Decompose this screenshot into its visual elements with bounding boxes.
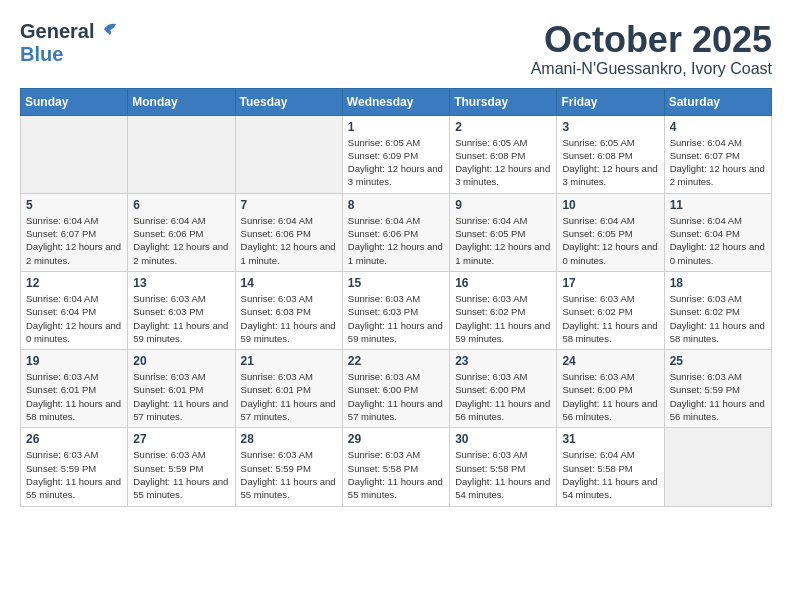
calendar-week-5: 26Sunrise: 6:03 AMSunset: 5:59 PMDayligh… [21,428,772,506]
day-number: 8 [348,198,444,212]
day-sun-info: Sunrise: 6:04 AMSunset: 6:06 PMDaylight:… [133,214,229,267]
calendar-week-2: 5Sunrise: 6:04 AMSunset: 6:07 PMDaylight… [21,193,772,271]
calendar-cell: 24Sunrise: 6:03 AMSunset: 6:00 PMDayligh… [557,350,664,428]
day-sun-info: Sunrise: 6:03 AMSunset: 6:01 PMDaylight:… [133,370,229,423]
day-sun-info: Sunrise: 6:03 AMSunset: 6:00 PMDaylight:… [562,370,658,423]
day-sun-info: Sunrise: 6:03 AMSunset: 6:02 PMDaylight:… [562,292,658,345]
calendar-cell: 21Sunrise: 6:03 AMSunset: 6:01 PMDayligh… [235,350,342,428]
day-sun-info: Sunrise: 6:03 AMSunset: 6:01 PMDaylight:… [241,370,337,423]
day-number: 10 [562,198,658,212]
calendar-cell: 19Sunrise: 6:03 AMSunset: 6:01 PMDayligh… [21,350,128,428]
day-number: 12 [26,276,122,290]
month-title: October 2025 [531,20,772,60]
day-sun-info: Sunrise: 6:05 AMSunset: 6:08 PMDaylight:… [455,136,551,189]
logo: General Blue [20,20,118,66]
day-number: 29 [348,432,444,446]
day-number: 31 [562,432,658,446]
day-sun-info: Sunrise: 6:05 AMSunset: 6:08 PMDaylight:… [562,136,658,189]
calendar-cell: 28Sunrise: 6:03 AMSunset: 5:59 PMDayligh… [235,428,342,506]
day-number: 13 [133,276,229,290]
day-sun-info: Sunrise: 6:03 AMSunset: 5:59 PMDaylight:… [241,448,337,501]
weekday-header-saturday: Saturday [664,88,771,115]
calendar-cell: 18Sunrise: 6:03 AMSunset: 6:02 PMDayligh… [664,271,771,349]
calendar-cell: 31Sunrise: 6:04 AMSunset: 5:58 PMDayligh… [557,428,664,506]
day-sun-info: Sunrise: 6:04 AMSunset: 5:58 PMDaylight:… [562,448,658,501]
calendar-cell [21,115,128,193]
calendar-week-1: 1Sunrise: 6:05 AMSunset: 6:09 PMDaylight… [21,115,772,193]
day-number: 25 [670,354,766,368]
calendar-cell: 6Sunrise: 6:04 AMSunset: 6:06 PMDaylight… [128,193,235,271]
calendar-cell [664,428,771,506]
day-sun-info: Sunrise: 6:04 AMSunset: 6:07 PMDaylight:… [26,214,122,267]
day-number: 23 [455,354,551,368]
calendar-cell: 7Sunrise: 6:04 AMSunset: 6:06 PMDaylight… [235,193,342,271]
day-number: 26 [26,432,122,446]
day-sun-info: Sunrise: 6:03 AMSunset: 6:03 PMDaylight:… [241,292,337,345]
calendar-cell [128,115,235,193]
day-number: 5 [26,198,122,212]
weekday-header-thursday: Thursday [450,88,557,115]
day-number: 6 [133,198,229,212]
logo-general-text: General [20,20,94,43]
day-number: 4 [670,120,766,134]
calendar-cell: 23Sunrise: 6:03 AMSunset: 6:00 PMDayligh… [450,350,557,428]
calendar-cell: 2Sunrise: 6:05 AMSunset: 6:08 PMDaylight… [450,115,557,193]
calendar-cell: 9Sunrise: 6:04 AMSunset: 6:05 PMDaylight… [450,193,557,271]
calendar-cell: 10Sunrise: 6:04 AMSunset: 6:05 PMDayligh… [557,193,664,271]
day-sun-info: Sunrise: 6:05 AMSunset: 6:09 PMDaylight:… [348,136,444,189]
logo-blue-text: Blue [20,43,63,66]
day-number: 3 [562,120,658,134]
day-sun-info: Sunrise: 6:04 AMSunset: 6:05 PMDaylight:… [562,214,658,267]
day-number: 20 [133,354,229,368]
calendar-cell: 12Sunrise: 6:04 AMSunset: 6:04 PMDayligh… [21,271,128,349]
day-sun-info: Sunrise: 6:03 AMSunset: 6:00 PMDaylight:… [455,370,551,423]
calendar-cell: 15Sunrise: 6:03 AMSunset: 6:03 PMDayligh… [342,271,449,349]
weekday-header-friday: Friday [557,88,664,115]
day-sun-info: Sunrise: 6:04 AMSunset: 6:04 PMDaylight:… [670,214,766,267]
day-number: 18 [670,276,766,290]
calendar-cell: 26Sunrise: 6:03 AMSunset: 5:59 PMDayligh… [21,428,128,506]
day-number: 9 [455,198,551,212]
weekday-header-wednesday: Wednesday [342,88,449,115]
weekday-header-monday: Monday [128,88,235,115]
day-sun-info: Sunrise: 6:04 AMSunset: 6:04 PMDaylight:… [26,292,122,345]
day-number: 2 [455,120,551,134]
calendar-week-3: 12Sunrise: 6:04 AMSunset: 6:04 PMDayligh… [21,271,772,349]
calendar-cell: 17Sunrise: 6:03 AMSunset: 6:02 PMDayligh… [557,271,664,349]
title-block: October 2025 Amani-N'Guessankro, Ivory C… [531,20,772,78]
day-sun-info: Sunrise: 6:03 AMSunset: 6:00 PMDaylight:… [348,370,444,423]
day-number: 24 [562,354,658,368]
day-sun-info: Sunrise: 6:04 AMSunset: 6:06 PMDaylight:… [241,214,337,267]
day-sun-info: Sunrise: 6:03 AMSunset: 5:59 PMDaylight:… [133,448,229,501]
day-number: 19 [26,354,122,368]
day-number: 15 [348,276,444,290]
day-sun-info: Sunrise: 6:03 AMSunset: 5:58 PMDaylight:… [348,448,444,501]
calendar-cell: 8Sunrise: 6:04 AMSunset: 6:06 PMDaylight… [342,193,449,271]
calendar-cell: 20Sunrise: 6:03 AMSunset: 6:01 PMDayligh… [128,350,235,428]
day-sun-info: Sunrise: 6:03 AMSunset: 6:03 PMDaylight:… [348,292,444,345]
day-number: 7 [241,198,337,212]
day-number: 17 [562,276,658,290]
day-number: 27 [133,432,229,446]
calendar-cell: 5Sunrise: 6:04 AMSunset: 6:07 PMDaylight… [21,193,128,271]
weekday-header-row: SundayMondayTuesdayWednesdayThursdayFrid… [21,88,772,115]
calendar-cell: 30Sunrise: 6:03 AMSunset: 5:58 PMDayligh… [450,428,557,506]
day-number: 16 [455,276,551,290]
calendar-cell: 4Sunrise: 6:04 AMSunset: 6:07 PMDaylight… [664,115,771,193]
calendar-cell [235,115,342,193]
day-number: 21 [241,354,337,368]
page-header: General Blue October 2025 Amani-N'Guessa… [20,20,772,78]
day-sun-info: Sunrise: 6:03 AMSunset: 6:01 PMDaylight:… [26,370,122,423]
calendar-cell: 13Sunrise: 6:03 AMSunset: 6:03 PMDayligh… [128,271,235,349]
calendar-cell: 16Sunrise: 6:03 AMSunset: 6:02 PMDayligh… [450,271,557,349]
calendar-cell: 11Sunrise: 6:04 AMSunset: 6:04 PMDayligh… [664,193,771,271]
calendar-table: SundayMondayTuesdayWednesdayThursdayFrid… [20,88,772,507]
logo-bird-icon [96,21,118,43]
day-sun-info: Sunrise: 6:04 AMSunset: 6:06 PMDaylight:… [348,214,444,267]
day-number: 1 [348,120,444,134]
day-sun-info: Sunrise: 6:03 AMSunset: 5:59 PMDaylight:… [670,370,766,423]
day-number: 28 [241,432,337,446]
day-number: 30 [455,432,551,446]
weekday-header-tuesday: Tuesday [235,88,342,115]
calendar-cell: 29Sunrise: 6:03 AMSunset: 5:58 PMDayligh… [342,428,449,506]
